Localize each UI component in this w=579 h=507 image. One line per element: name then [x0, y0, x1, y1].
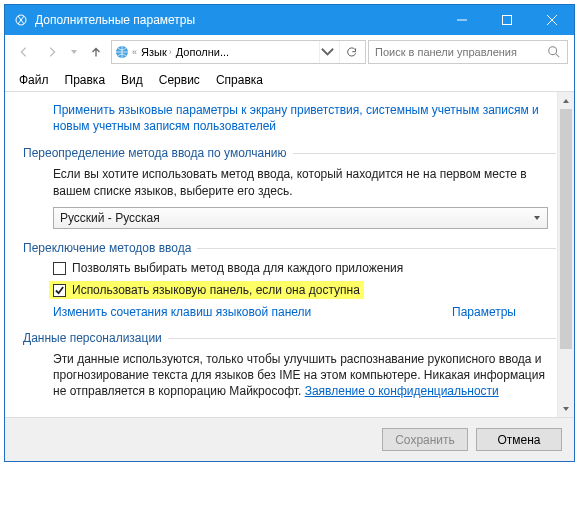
window-title: Дополнительные параметры: [35, 13, 439, 27]
breadcrumb[interactable]: « Язык› Дополни...: [111, 40, 366, 64]
save-button[interactable]: Сохранить: [382, 428, 468, 451]
language-bar-checkbox-row: Использовать языковую панель, если она д…: [49, 281, 364, 299]
breadcrumb-dropdown[interactable]: [319, 41, 335, 63]
menu-help[interactable]: Справка: [208, 71, 271, 89]
close-button[interactable]: [529, 5, 574, 35]
breadcrumb-seg-2[interactable]: Дополни...: [176, 46, 229, 58]
app-icon: [13, 12, 29, 28]
globe-icon: [114, 44, 130, 60]
menu-file[interactable]: Файл: [11, 71, 57, 89]
scroll-down-button[interactable]: [558, 400, 574, 417]
chevron-icon: «: [132, 47, 137, 57]
scroll-thumb[interactable]: [560, 109, 572, 349]
search-icon: [547, 45, 561, 59]
content-body: Применить языковые параметры к экрану пр…: [5, 92, 574, 417]
input-override-description: Если вы хотите использовать метод ввода,…: [53, 166, 556, 198]
maximize-button[interactable]: [484, 5, 529, 35]
svg-rect-0: [502, 16, 511, 25]
language-bar-options-link[interactable]: Параметры: [452, 305, 516, 319]
up-button[interactable]: [83, 40, 109, 64]
per-app-input-checkbox-row: Позволять выбирать метод ввода для каждо…: [53, 261, 556, 275]
menu-tools[interactable]: Сервис: [151, 71, 208, 89]
address-bar: « Язык› Дополни...: [5, 35, 574, 69]
menu-edit[interactable]: Правка: [57, 71, 114, 89]
refresh-button[interactable]: [339, 41, 363, 63]
scroll-up-button[interactable]: [558, 92, 574, 109]
select-value: Русский - Русская: [60, 211, 160, 225]
per-app-input-checkbox[interactable]: [53, 262, 66, 275]
per-app-input-label[interactable]: Позволять выбирать метод ввода для каждо…: [72, 261, 403, 275]
vertical-scrollbar[interactable]: [557, 92, 574, 417]
default-input-method-select[interactable]: Русский - Русская: [53, 207, 548, 229]
menu-bar: Файл Правка Вид Сервис Справка: [5, 69, 574, 91]
minimize-button[interactable]: [439, 5, 484, 35]
content-area: Применить языковые параметры к экрану пр…: [5, 91, 574, 417]
forward-button[interactable]: [39, 40, 65, 64]
scroll-track[interactable]: [558, 109, 574, 400]
apply-language-settings-link[interactable]: Применить языковые параметры к экрану пр…: [53, 102, 556, 134]
section-input-switch: Переключение методов ввода: [23, 241, 556, 255]
breadcrumb-seg-1[interactable]: Язык›: [141, 46, 172, 58]
section-personalization: Данные персонализации: [23, 331, 556, 345]
chevron-down-icon: [533, 214, 541, 222]
personalization-description: Эти данные используются, только чтобы ул…: [53, 351, 556, 400]
back-button[interactable]: [11, 40, 37, 64]
search-input[interactable]: [375, 46, 547, 58]
svg-point-2: [549, 47, 557, 55]
breadcrumb-root[interactable]: «: [114, 44, 137, 60]
section-input-override: Переопределение метода ввода по умолчани…: [23, 146, 556, 160]
privacy-statement-link[interactable]: Заявление о конфиденциальности: [305, 384, 499, 398]
window: Дополнительные параметры « Язык› Дополни…: [4, 4, 575, 462]
menu-view[interactable]: Вид: [113, 71, 151, 89]
titlebar: Дополнительные параметры: [5, 5, 574, 35]
recent-dropdown[interactable]: [67, 40, 81, 64]
language-bar-label[interactable]: Использовать языковую панель, если она д…: [72, 283, 360, 297]
cancel-button[interactable]: Отмена: [476, 428, 562, 451]
search-box[interactable]: [368, 40, 568, 64]
button-bar: Сохранить Отмена: [5, 417, 574, 461]
language-bar-checkbox[interactable]: [53, 284, 66, 297]
